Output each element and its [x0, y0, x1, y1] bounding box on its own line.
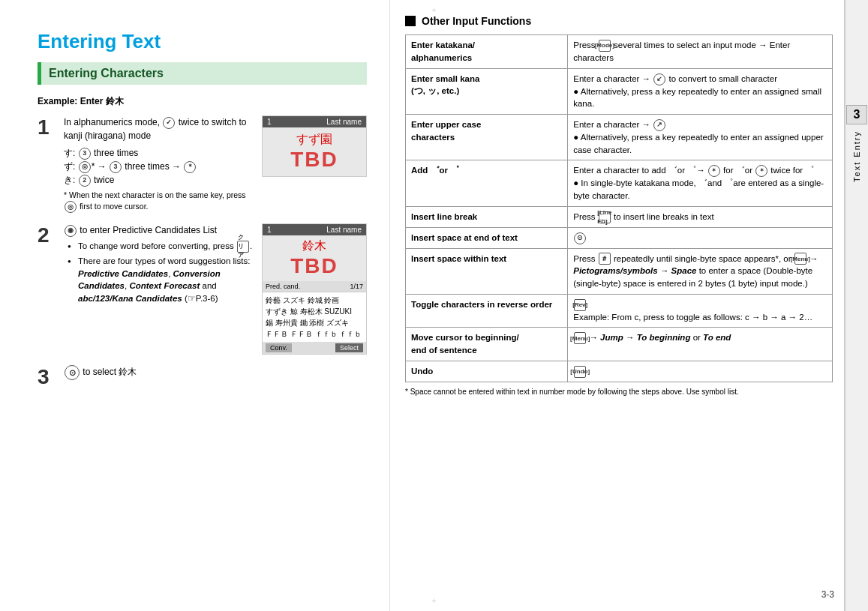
description-cell: [Rev] Example: From c, press to toggle a…	[568, 294, 833, 328]
step-2-text-col: ◉ to enter Predictive Candidates List To…	[64, 223, 254, 307]
nav-circle-icon: ⊙	[574, 232, 586, 244]
table-row: Enter katakana/alphanumerics Press [Mode…	[406, 35, 833, 69]
table-row: Toggle characters in reverse order [Rev]…	[406, 294, 833, 328]
step-2-bullet-2: There are four types of word suggestion …	[68, 255, 254, 305]
right-panel: Other Input Functions Enter katakana/alp…	[390, 0, 844, 611]
description-cell: [Undo]	[568, 361, 833, 382]
upper-icon: ↗	[653, 119, 665, 131]
star-icon-t2: ＊	[755, 165, 767, 177]
clear-icon: クリア	[237, 241, 249, 253]
description-cell: Enter a character → ↙ to convert to smal…	[568, 68, 833, 114]
function-cell: Toggle characters in reverse order	[406, 294, 568, 328]
step-1-sub: す: 3 three times ず: ◎* → 3 three times →…	[64, 146, 254, 187]
function-cell: Enter katakana/alphanumerics	[406, 35, 568, 69]
step-2-image-titlebar: 1 Last name	[263, 224, 366, 235]
step-1-image: 1 Last name すず園 TBD	[262, 115, 367, 177]
menu-icon-r7: [Menu]	[794, 253, 806, 265]
table-row: Move cursor to beginning/end of sentence…	[406, 328, 833, 361]
step-2-content: ◉ to enter Predictive Candidates List To…	[64, 223, 367, 355]
hash-icon: ＃	[599, 253, 611, 265]
pred-cand-label-bar: Pred. cand.	[266, 283, 300, 290]
step-2-main-text: ◉ to enter Predictive Candidates List	[64, 223, 254, 237]
star-icon-t1: ＊	[708, 165, 720, 177]
image-1-title-right: Last name	[326, 118, 362, 126]
section-header: Entering Characters	[38, 62, 367, 85]
step-2-input-display: 鈴木	[302, 238, 326, 254]
function-cell: Insert line break	[406, 206, 568, 227]
tab-number: 3	[846, 105, 867, 124]
function-cell: Insert space at end of text	[406, 227, 568, 248]
other-functions-header: Other Input Functions	[405, 15, 833, 27]
image-2-title-left: 1	[267, 226, 272, 234]
rev-icon: [Rev]	[574, 299, 586, 311]
to-beginning-label: To beginning	[637, 333, 691, 342]
undo-icon: [Undo]	[574, 366, 586, 378]
pictograms-label: Pictograms/symbols	[573, 266, 657, 275]
other-functions-title: Other Input Functions	[422, 15, 531, 27]
functions-table: Enter katakana/alphanumerics Press [Mode…	[405, 34, 833, 382]
step-1-input-display: すず園	[296, 132, 332, 148]
function-cell: Move cursor to beginning/end of sentence	[406, 328, 568, 361]
step-1-layout: In alphanumerics mode, ✓ twice to switch…	[64, 115, 367, 213]
num2-icon: 2	[79, 175, 91, 187]
ctx-forecast-label: Context Forecast	[129, 281, 200, 290]
table-footnote: * Space cannot be entered within text in…	[405, 387, 833, 397]
step-1-footnote: * When the next character is on the same…	[64, 190, 254, 213]
table-row: Insert space within text Press ＃ repeate…	[406, 248, 833, 294]
select-button[interactable]: Select	[335, 343, 363, 352]
conv-button[interactable]: Conv.	[266, 343, 292, 352]
nav-icon-step3: ⊙	[65, 365, 80, 380]
step-1-main-text: In alphanumerics mode, ✓ twice to switch…	[64, 115, 254, 142]
bottom-decoration: +	[432, 597, 437, 605]
description-cell: Press [Mode] several times to select an …	[568, 35, 833, 69]
to-end-label: To end	[703, 333, 731, 342]
steps-container: 1 In alphanumerics mode, ✓ twice to swit…	[38, 115, 367, 388]
description-cell: Press [Line FD] to insert line breaks in…	[568, 206, 833, 227]
step-2-tbd: TBD	[290, 254, 338, 278]
function-cell: Add ゛or ゜	[406, 160, 568, 206]
linefd-icon: [Line FD]	[599, 211, 611, 223]
step-3-content: ⊙ to select 鈴木	[64, 365, 367, 380]
function-cell: Insert space within text	[406, 248, 568, 294]
mode-icon: [Mode]	[599, 40, 611, 52]
image-1-title-left: 1	[267, 118, 272, 126]
tab-label: Text Entry	[852, 130, 861, 182]
table-row: Insert space at end of text ⊙	[406, 227, 833, 248]
convert-icon: ↙	[653, 73, 665, 85]
num3-icon-2: 3	[110, 161, 122, 173]
top-decoration: +	[432, 6, 437, 14]
step-1-text-col: In alphanumerics mode, ✓ twice to switch…	[64, 115, 254, 213]
step-2-image-body: 鈴木 TBD	[263, 235, 366, 281]
nav-icon-step2: ◉	[65, 225, 77, 237]
left-panel: Entering Text Entering Characters Exampl…	[0, 0, 390, 611]
black-square-icon	[405, 16, 416, 26]
description-cell: [Menu] → Jump → To beginning or To end	[568, 328, 833, 361]
step-2-image: 1 Last name 鈴木 TBD Pred. cand. 1/17	[262, 223, 367, 355]
check-icon: ✓	[163, 117, 175, 129]
step-1-number: 1	[38, 117, 56, 138]
conv-select-bar: Conv. Select	[263, 342, 366, 354]
step-2-bullet-1: To change word before converting, press …	[68, 240, 254, 253]
step-3-text: ⊙ to select 鈴木	[64, 365, 367, 380]
num3-icon: 3	[79, 148, 91, 160]
jump-label: Jump	[600, 333, 623, 342]
step-1: 1 In alphanumerics mode, ✓ twice to swit…	[38, 115, 367, 213]
abc-kana-label: abc/123/Kana Candidates	[78, 294, 182, 303]
step-2: 2 ◉ to enter Predictive Candidates List	[38, 223, 367, 355]
step-3-number: 3	[38, 367, 56, 388]
pred-cand-bar: Pred. cand. 1/17	[263, 281, 366, 292]
function-cell: Enter upper casecharacters	[406, 114, 568, 160]
step-2-bullets: To change word before converting, press …	[64, 240, 254, 305]
nav-icon-2: ◎	[65, 201, 77, 213]
description-cell: Enter a character → ↗ ● Alternatively, p…	[568, 114, 833, 160]
page-number: 3-3	[821, 589, 834, 600]
example-label: Example: Enter 鈴木	[38, 95, 367, 108]
page-title: Entering Text	[38, 30, 367, 53]
image-2-title-right: Last name	[326, 226, 362, 234]
function-cell: Undo	[406, 361, 568, 382]
pred-cand-names: 鈴藝 スズキ 鈴城 鈴画 すずき 鯨 寿松木 SUZUKI 錫 寿州貴 鋤 添樹…	[263, 292, 366, 342]
pred-cand-label: Predictive Candidates	[78, 269, 168, 278]
table-row: Enter small kana(つ, ッ, etc.) Enter a cha…	[406, 68, 833, 114]
table-row: Undo [Undo]	[406, 361, 833, 382]
step-1-image-body: すず園 TBD	[263, 127, 366, 176]
